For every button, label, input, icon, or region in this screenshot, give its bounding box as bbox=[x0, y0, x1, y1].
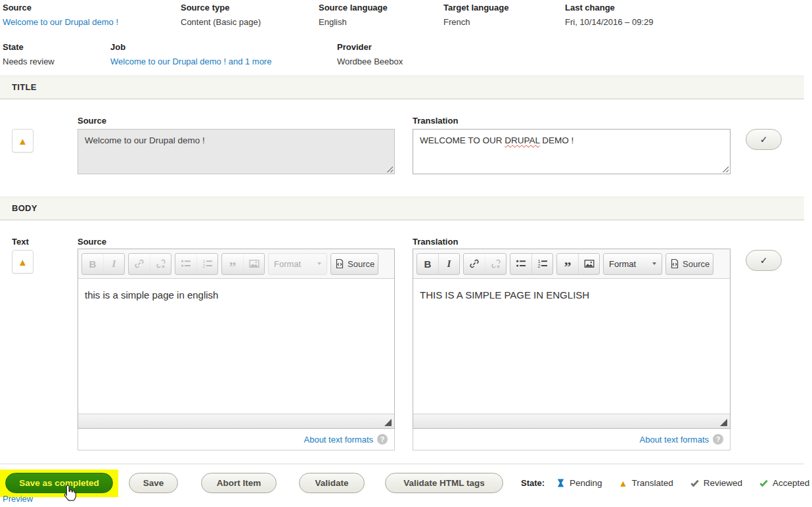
title-source-text: Welcome to our Drupal demo ! bbox=[85, 135, 205, 145]
meta-job-label: Job bbox=[110, 42, 330, 52]
toolbar-group-insert: ” bbox=[556, 253, 600, 275]
legend-reviewed: Reviewed bbox=[690, 478, 742, 488]
meta-source-language: Source language English bbox=[319, 3, 443, 27]
body-approve-button[interactable]: ✓ bbox=[746, 250, 782, 271]
title-state-toggle-button[interactable]: ▲ bbox=[12, 129, 34, 153]
meta-job: Job Welcome to our Drupal demo ! and 1 m… bbox=[110, 42, 337, 66]
bold-button[interactable]: B bbox=[417, 254, 438, 274]
toolbar-group-insert: ” bbox=[221, 253, 265, 275]
bulleted-list-icon bbox=[516, 258, 526, 269]
body-translation-editor: B I bbox=[413, 249, 731, 450]
meta-source-type-value: Content (Basic page) bbox=[181, 17, 312, 27]
image-icon bbox=[584, 258, 595, 269]
translated-triangle-icon: ▲ bbox=[18, 257, 28, 267]
toolbar-group-source: Source bbox=[330, 253, 378, 275]
numbered-list-button[interactable]: 12 bbox=[531, 254, 553, 274]
translated-triangle-icon: ▲ bbox=[18, 136, 28, 146]
link-button[interactable] bbox=[464, 254, 485, 274]
validate-html-tags-button[interactable]: Validate HTML tags bbox=[385, 473, 503, 493]
hourglass-icon bbox=[556, 478, 566, 488]
italic-button[interactable]: I bbox=[438, 254, 459, 274]
title-translation-text-after: DEMO ! bbox=[540, 135, 574, 145]
toolbar-group-lists: 12 bbox=[510, 253, 553, 275]
chevron-down-icon bbox=[652, 262, 656, 265]
source-node-link[interactable]: Welcome to our Drupal demo ! bbox=[3, 17, 118, 27]
source-code-icon bbox=[334, 258, 345, 269]
view-source-label: Source bbox=[348, 259, 374, 269]
format-dropdown-label: Format bbox=[609, 259, 636, 269]
divider bbox=[0, 464, 804, 464]
check-icon bbox=[690, 478, 700, 488]
text-format-help-row: About text formats ? bbox=[78, 429, 395, 450]
editor-toolbar: B I bbox=[413, 249, 730, 279]
body-source-label: Source bbox=[78, 237, 106, 247]
numbered-list-icon: 12 bbox=[196, 254, 217, 274]
toolbar-group-basicstyles: B I bbox=[417, 253, 460, 275]
job-link[interactable]: Welcome to our Drupal demo ! and 1 more bbox=[110, 57, 271, 66]
title-translation-text-before: WELCOME TO OUR bbox=[420, 135, 505, 145]
help-question-icon[interactable]: ? bbox=[377, 434, 388, 445]
source-code-icon bbox=[669, 258, 680, 269]
toolbar-group-basicstyles: B I bbox=[81, 253, 125, 275]
legend-reviewed-label: Reviewed bbox=[704, 478, 742, 488]
editor-frame: B I 12 bbox=[78, 249, 395, 429]
view-source-button[interactable]: Source bbox=[331, 254, 378, 274]
body-state-toggle-button[interactable]: ▲ bbox=[12, 250, 34, 274]
editor-resize-handle-icon[interactable] bbox=[720, 419, 727, 426]
validate-button[interactable]: Validate bbox=[299, 473, 365, 493]
editor-frame: B I bbox=[413, 249, 731, 429]
blockquote-button[interactable]: ” bbox=[557, 254, 578, 274]
format-dropdown-label: Format bbox=[274, 259, 301, 269]
triangle-icon: ▲ bbox=[619, 479, 628, 488]
body-section-heading: BODY bbox=[0, 197, 804, 220]
bold-button: B bbox=[82, 254, 103, 274]
resize-grip-icon[interactable] bbox=[386, 165, 393, 172]
meta-source: Source Welcome to our Drupal demo ! bbox=[3, 3, 181, 27]
image-icon bbox=[243, 254, 264, 274]
italic-button: I bbox=[103, 254, 124, 274]
title-source-field: Welcome to our Drupal demo ! bbox=[78, 129, 395, 174]
bulleted-list-icon bbox=[175, 254, 196, 274]
meta-target-language: Target language French bbox=[443, 3, 565, 27]
chevron-down-icon bbox=[317, 262, 321, 265]
meta-target-language-label: Target language bbox=[443, 3, 558, 12]
meta-state-value: Needs review bbox=[3, 57, 104, 66]
meta-state: State Needs review bbox=[3, 42, 110, 66]
meta-source-label: Source bbox=[3, 3, 174, 12]
editor-resize-handle-icon[interactable] bbox=[384, 419, 392, 426]
meta-state-label: State bbox=[3, 42, 104, 52]
body-source-content: this is a simple page in english bbox=[78, 279, 394, 414]
body-translation-content[interactable]: THIS IS A SIMPLE PAGE IN ENGLISH bbox=[413, 279, 730, 414]
save-button[interactable]: Save bbox=[129, 473, 178, 493]
view-source-button[interactable]: Source bbox=[666, 254, 713, 274]
preview-link[interactable]: Preview bbox=[3, 494, 33, 504]
help-question-icon[interactable]: ? bbox=[713, 434, 723, 445]
toolbar-group-lists: 12 bbox=[175, 253, 218, 275]
meta-target-language-value: French bbox=[443, 17, 558, 27]
save-as-completed-button[interactable]: Save as completed bbox=[5, 473, 113, 493]
image-button[interactable] bbox=[578, 254, 599, 274]
meta-source-language-value: English bbox=[319, 17, 437, 27]
bulleted-list-button[interactable] bbox=[510, 254, 531, 274]
legend-translated-label: Translated bbox=[631, 478, 673, 488]
meta-source-type: Source type Content (Basic page) bbox=[181, 3, 319, 27]
resize-grip-icon[interactable] bbox=[721, 165, 729, 172]
format-dropdown[interactable]: Format bbox=[603, 253, 662, 275]
translation-review-page: Source Welcome to our Drupal demo ! Sour… bbox=[0, 0, 812, 507]
legend-translated: ▲ Translated bbox=[619, 478, 673, 488]
about-text-formats-link[interactable]: About text formats bbox=[640, 435, 710, 445]
title-approve-button[interactable]: ✓ bbox=[746, 129, 782, 150]
abort-item-button[interactable]: Abort Item bbox=[201, 473, 277, 493]
title-translation-field[interactable]: WELCOME TO OUR DRUPAL DEMO ! bbox=[413, 129, 731, 174]
toolbar-group-source: Source bbox=[665, 253, 713, 275]
meta-last-change: Last change Fri, 10/14/2016 – 09:29 bbox=[565, 3, 660, 27]
title-section-heading: TITLE bbox=[0, 76, 804, 99]
meta-source-language-label: Source language bbox=[319, 3, 437, 12]
toolbar-group-links bbox=[463, 253, 507, 275]
meta-provider-value: Wordbee Beebox bbox=[337, 57, 403, 66]
meta-source-type-label: Source type bbox=[181, 3, 312, 12]
title-translation-misspelled-word: DRUPAL bbox=[505, 135, 539, 145]
about-text-formats-link[interactable]: About text formats bbox=[304, 435, 374, 445]
legend-pending-label: Pending bbox=[570, 478, 602, 488]
blockquote-icon: ” bbox=[222, 254, 243, 274]
